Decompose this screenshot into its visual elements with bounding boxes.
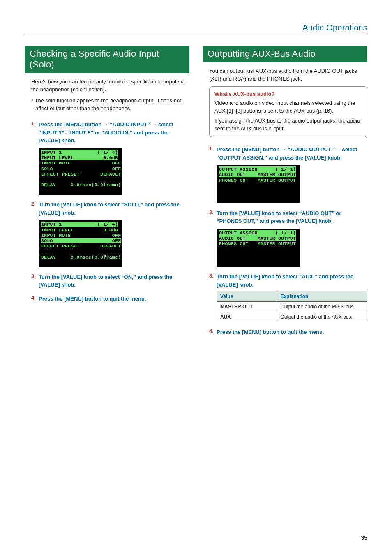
section-title-aux: Outputting AUX-Bus Audio <box>203 46 367 62</box>
right-column: Outputting AUX-Bus Audio You can output … <box>203 46 367 342</box>
th-explanation: Explanation <box>277 291 367 302</box>
intro-text: Here's how you can temporarily monitor a… <box>31 78 189 94</box>
callout-title: What's AUX-bus audio? <box>214 91 362 97</box>
lcd-screenshot-1: INPUT 1 ( 1/ 4) INPUT LEVEL 0.0dB INPUT … <box>39 148 122 195</box>
step-2: Turn the [VALUE] knob to select “SOLO,” … <box>39 201 189 217</box>
step-2-r: Turn the [VALUE] knob to select “AUDIO O… <box>217 209 367 225</box>
value-table: ValueExplanation MASTER OUTOutput the au… <box>217 291 367 322</box>
step-3: Turn the [VALUE] knob to select “ON,” an… <box>39 273 189 289</box>
callout-p2: If you assign the AUX bus to the audio o… <box>214 117 362 133</box>
step-1-r: Press the [MENU] button → “AUDIO OUTPUT”… <box>217 146 367 162</box>
callout-p1: Video and audio on video input channels … <box>214 99 362 115</box>
step-4-r: Press the [MENU] button to quit the menu… <box>217 328 367 336</box>
asterisk: * <box>31 97 33 104</box>
step-3-r: Turn the [VALUE] knob to select “AUX,” a… <box>217 273 367 289</box>
footnote-text: The solo function applies to the headpho… <box>35 97 181 111</box>
running-header: Audio Operations <box>25 23 367 32</box>
lcd-screenshot-r1: OUTPUT ASSIGN ( 1/ 1) AUDIO OUT MASTER O… <box>217 165 300 204</box>
step-4: Press the [MENU] button to quit the menu… <box>39 295 189 303</box>
page-number: 35 <box>361 534 367 541</box>
th-value: Value <box>217 291 277 302</box>
section-title-solo: Checking a Specific Audio Input (Solo) <box>25 46 189 73</box>
footnote: * The solo function applies to the headp… <box>31 97 189 113</box>
lcd-screenshot-r2: OUTPUT ASSIGN ( 1/ 1) AUDIO OUT MASTER O… <box>217 229 300 267</box>
left-column: Checking a Specific Audio Input (Solo) H… <box>25 46 189 342</box>
callout-box: What's AUX-bus audio? Video and audio on… <box>209 86 367 137</box>
table-row: MASTER OUTOutput the audio of the MAIN b… <box>217 302 367 312</box>
intro-text-right: You can output just AUX-bus audio from t… <box>209 67 367 83</box>
step-1: Press the [MENU] button → “AUDIO INPUT” … <box>39 120 189 145</box>
header-divider <box>25 36 367 36</box>
lcd-screenshot-2: INPUT 1 ( 1/ 4) INPUT LEVEL 0.0dB INPUT … <box>39 220 122 267</box>
table-row: AUXOutput the audio of the AUX bus. <box>217 312 367 322</box>
